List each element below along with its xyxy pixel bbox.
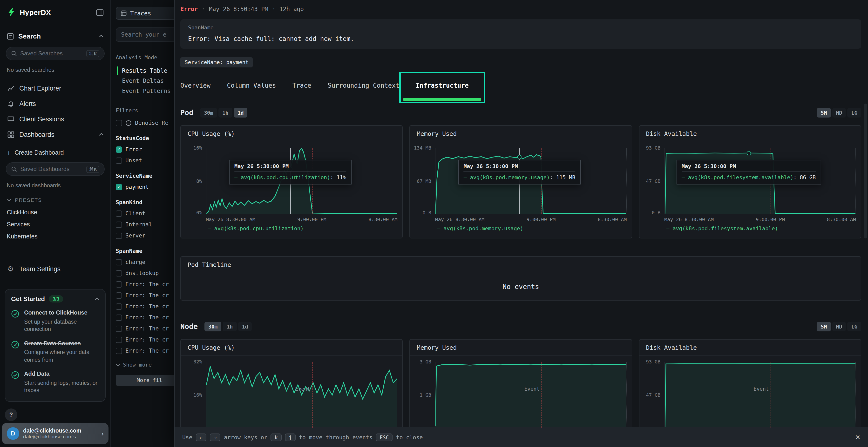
presets-toggle[interactable]: PRESETS — [7, 197, 104, 203]
sidebar-collapse-icon[interactable] — [96, 9, 104, 16]
checkbox[interactable] — [116, 325, 122, 332]
scrollbar-thumb[interactable] — [864, 104, 867, 238]
get-started-item-connect[interactable]: Connect to ClickHouse Set up your databa… — [11, 309, 99, 333]
chevron-up-icon[interactable] — [94, 298, 99, 300]
show-more-button[interactable]: Show more — [116, 362, 174, 368]
checkbox[interactable] — [116, 232, 122, 239]
monitor-icon — [7, 115, 14, 123]
checkbox[interactable] — [116, 303, 122, 309]
create-dashboard-button[interactable]: + Create Dashboard — [7, 149, 104, 157]
filter-option[interactable]: Error: The cr — [116, 347, 174, 354]
range-1d-button[interactable]: 1d — [238, 322, 252, 332]
get-started-item-sources[interactable]: Create Data Sources Configure where your… — [11, 340, 99, 364]
tab-trace[interactable]: Trace — [292, 76, 311, 95]
filter-option[interactable]: Client — [116, 210, 174, 217]
filter-option[interactable]: Internal — [116, 221, 174, 228]
filter-option[interactable]: Error: The cr — [116, 303, 174, 310]
event-time-ago: 12h ago — [279, 6, 304, 12]
checkbox[interactable] — [116, 347, 122, 354]
mode-results-table[interactable]: Results Table — [117, 66, 174, 76]
checkbox[interactable] — [116, 157, 122, 164]
checkbox[interactable] — [116, 210, 122, 216]
checkbox[interactable] — [116, 292, 122, 299]
range-1d-button[interactable]: 1d — [234, 108, 247, 117]
size-sm-button[interactable]: SM — [817, 322, 831, 332]
user-menu[interactable]: D dale@clickhouse.com dale@clickhouse.co… — [2, 423, 108, 444]
get-started-item-add-data[interactable]: Add Data Start sending logs, metrics, or… — [11, 371, 99, 394]
filter-group-name: StatusCode — [116, 135, 174, 142]
tab-infrastructure[interactable]: Infrastructure — [416, 76, 468, 95]
filter-option[interactable]: Error: The cr — [116, 336, 174, 343]
filter-option[interactable]: Error: The cr — [116, 325, 174, 332]
tab-overview[interactable]: Overview — [180, 76, 211, 95]
y-axis: 93 GB47 GB0 B — [642, 148, 664, 214]
preset-item-clickhouse[interactable]: ClickHouse — [0, 207, 111, 218]
size-sm-button[interactable]: SM — [817, 108, 831, 117]
range-1h-button[interactable]: 1h — [218, 108, 232, 117]
preset-item-services[interactable]: Services — [0, 219, 111, 230]
x-tick-label: 9:00:00 PM — [297, 217, 326, 222]
more-filters-button[interactable]: More fil — [116, 375, 174, 386]
filter-option[interactable]: ✓payment — [116, 183, 174, 190]
checkbox[interactable] — [116, 221, 122, 228]
tooltip-value-row: — avg(k8s.pod.filesystem.available): 86 … — [682, 174, 816, 181]
sidebar-item-alerts[interactable]: Alerts — [0, 96, 111, 111]
chevron-down-icon — [7, 199, 11, 201]
filter-option[interactable]: charge — [116, 259, 174, 265]
filter-option[interactable]: Error: The cr — [116, 314, 174, 321]
checkbox[interactable] — [116, 259, 122, 265]
event-search-input[interactable]: Search your e — [116, 28, 174, 42]
filter-option[interactable]: Error: The cr — [116, 281, 174, 287]
y-tick-label: 0% — [196, 210, 202, 215]
search-section-header[interactable]: Search — [0, 32, 111, 40]
range-1h-button[interactable]: 1h — [223, 322, 237, 332]
range-30m-button[interactable]: 30m — [200, 108, 217, 117]
help-button[interactable]: ? — [5, 409, 18, 421]
service-name-tag[interactable]: ServiceName: payment — [180, 57, 253, 67]
y-axis: 3 GB1 GB — [413, 362, 435, 428]
checkbox[interactable] — [116, 314, 122, 320]
close-drawer-icon[interactable]: × — [856, 433, 861, 441]
size-md-button[interactable]: MD — [832, 108, 846, 117]
filter-option[interactable]: Error: The cr — [116, 292, 174, 299]
filter-option[interactable]: ✓Error — [116, 146, 174, 153]
bell-icon — [7, 100, 14, 107]
denoise-toggle[interactable]: Denoise Re — [116, 119, 174, 126]
get-started-header[interactable]: Get Started 3/3 — [11, 295, 99, 303]
create-dashboard-label: Create Dashboard — [14, 149, 64, 156]
filter-option[interactable]: Unset — [116, 157, 174, 164]
range-30m-button[interactable]: 30m — [205, 322, 221, 332]
mode-event-patterns[interactable]: Event Patterns — [117, 86, 174, 96]
sidebar-item-team-settings[interactable]: ⚙ Team Settings — [0, 261, 111, 276]
tab-surrounding-context[interactable]: Surrounding Context — [328, 76, 399, 95]
chevron-up-icon[interactable] — [99, 133, 104, 136]
chevron-up-icon[interactable] — [99, 35, 104, 38]
size-lg-button[interactable]: LG — [847, 322, 861, 332]
checkbox[interactable] — [116, 120, 122, 126]
logo-row: HyperDX — [0, 0, 111, 17]
checkbox[interactable]: ✓ — [116, 184, 122, 190]
checkbox[interactable] — [116, 270, 122, 276]
source-select[interactable]: Traces — [116, 7, 174, 20]
preset-item-kubernetes[interactable]: Kubernetes — [0, 231, 111, 242]
filter-option[interactable]: dns.lookup — [116, 270, 174, 276]
size-md-button[interactable]: MD — [832, 322, 846, 332]
sidebar-item-client-sessions[interactable]: Client Sessions — [0, 111, 111, 127]
filter-option-label: Unset — [125, 157, 142, 164]
size-lg-button[interactable]: LG — [847, 108, 861, 117]
span-name-value: Error: Visa cache full: cannot add new i… — [188, 35, 854, 42]
mode-event-deltas[interactable]: Event Deltas — [117, 76, 174, 86]
saved-dashboards-input[interactable]: Saved Dashboards ⌘K — [6, 162, 105, 176]
plot-column: EventMay 26 5:30:00 PM— avg(k8s.pod.memo… — [435, 148, 627, 222]
pod-timeline-empty-state: No events — [181, 273, 861, 300]
checkbox[interactable]: ✓ — [116, 146, 122, 152]
sidebar-item-chart-explorer[interactable]: Chart Explorer — [0, 80, 111, 96]
filter-option-label: dns.lookup — [125, 270, 159, 276]
sidebar-item-dashboards[interactable]: Dashboards — [0, 127, 111, 142]
filter-option[interactable]: Server — [116, 232, 174, 239]
checkbox[interactable] — [116, 281, 122, 287]
checkbox[interactable] — [116, 337, 122, 343]
filter-option-label: Error — [125, 146, 142, 153]
saved-searches-input[interactable]: Saved Searches ⌘K — [6, 47, 105, 60]
tab-column-values[interactable]: Column Values — [227, 76, 276, 95]
